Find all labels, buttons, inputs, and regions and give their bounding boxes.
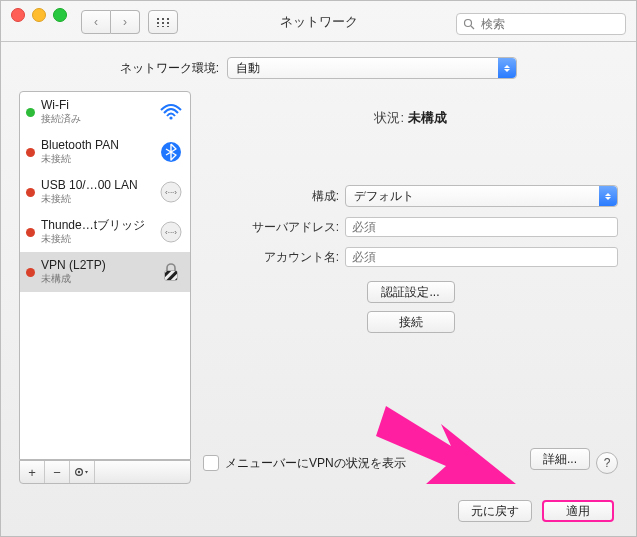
service-list: Wi-Fi 接続済み Bluetooth PAN 未接続 xyxy=(19,91,191,460)
service-sidebar: Wi-Fi 接続済み Bluetooth PAN 未接続 xyxy=(19,91,191,484)
svg-point-2 xyxy=(169,116,172,119)
account-label: アカウント名: xyxy=(203,249,339,266)
service-status: 未構成 xyxy=(41,273,158,285)
svg-text:‹···›: ‹···› xyxy=(165,228,177,237)
status-row: 状況: 未構成 xyxy=(203,109,618,127)
help-button[interactable]: ? xyxy=(596,452,618,474)
forward-button[interactable]: › xyxy=(111,10,140,34)
lock-icon xyxy=(158,259,184,285)
service-status: 未接続 xyxy=(41,233,158,245)
service-item-wifi[interactable]: Wi-Fi 接続済み xyxy=(20,92,190,132)
menubar-checkbox-label: メニューバーにVPNの状況を表示 xyxy=(225,455,406,472)
svg-text:‹···›: ‹···› xyxy=(165,188,177,197)
menubar-checkbox[interactable] xyxy=(203,455,219,471)
service-name: Thunde…tブリッジ xyxy=(41,219,158,233)
status-dot-icon xyxy=(26,148,35,157)
service-toolbar: + − xyxy=(19,460,191,484)
action-menu-button[interactable] xyxy=(70,461,95,483)
bluetooth-icon xyxy=(158,139,184,165)
footer-buttons: 元に戻す 適用 xyxy=(458,500,614,522)
show-all-button[interactable] xyxy=(148,10,178,34)
search-input[interactable] xyxy=(479,16,633,32)
location-row: ネットワーク環境: 自動 xyxy=(1,57,636,79)
location-value: 自動 xyxy=(236,60,260,77)
status-value: 未構成 xyxy=(408,110,447,125)
service-status: 接続済み xyxy=(41,113,158,125)
detail-pane: 状況: 未構成 構成: デフォルト サーバアドレス: アカウント名: xyxy=(203,91,618,484)
wifi-icon xyxy=(158,99,184,125)
service-name: USB 10/…00 LAN xyxy=(41,179,158,193)
status-label: 状況: xyxy=(374,110,404,125)
config-value: デフォルト xyxy=(354,188,414,205)
search-icon xyxy=(463,18,475,30)
grid-icon xyxy=(156,17,170,27)
menubar-row: メニューバーにVPNの状況を表示 詳細... ? xyxy=(203,448,618,478)
status-dot-icon xyxy=(26,188,35,197)
account-name-input[interactable] xyxy=(345,247,618,267)
config-form: 構成: デフォルト サーバアドレス: アカウント名: 認証設定... 接 xyxy=(203,185,618,341)
server-address-input[interactable] xyxy=(345,217,618,237)
location-select[interactable]: 自動 xyxy=(227,57,517,79)
apply-button[interactable]: 適用 xyxy=(542,500,614,522)
gear-icon xyxy=(74,466,90,478)
chevron-updown-icon xyxy=(498,58,516,78)
ethernet-icon: ‹···› xyxy=(158,219,184,245)
service-item-usb-lan[interactable]: USB 10/…00 LAN 未接続 ‹···› xyxy=(20,172,190,212)
svg-line-1 xyxy=(471,26,474,29)
add-service-button[interactable]: + xyxy=(20,461,45,483)
status-dot-icon xyxy=(26,228,35,237)
config-label: 構成: xyxy=(203,188,339,205)
status-dot-icon xyxy=(26,108,35,117)
revert-button[interactable]: 元に戻す xyxy=(458,500,532,522)
service-name: VPN (L2TP) xyxy=(41,259,158,273)
content-area: Wi-Fi 接続済み Bluetooth PAN 未接続 xyxy=(19,91,618,484)
toolbar: ‹ › ネットワーク xyxy=(1,7,636,37)
network-preferences-window: ‹ › ネットワーク ネットワーク環境: 自動 Wi-Fi 接続済み xyxy=(0,0,637,537)
ethernet-icon: ‹···› xyxy=(158,179,184,205)
svg-point-13 xyxy=(78,471,80,473)
auth-settings-button[interactable]: 認証設定... xyxy=(367,281,455,303)
service-status: 未接続 xyxy=(41,193,158,205)
toolbar-divider xyxy=(1,41,636,42)
config-select[interactable]: デフォルト xyxy=(345,185,618,207)
nav-buttons: ‹ › xyxy=(81,10,140,34)
remove-service-button[interactable]: − xyxy=(45,461,70,483)
server-label: サーバアドレス: xyxy=(203,219,339,236)
service-name: Wi-Fi xyxy=(41,99,158,113)
svg-rect-9 xyxy=(165,271,177,280)
svg-point-0 xyxy=(465,20,472,27)
service-item-bluetooth[interactable]: Bluetooth PAN 未接続 xyxy=(20,132,190,172)
service-item-thunderbolt[interactable]: Thunde…tブリッジ 未接続 ‹···› xyxy=(20,212,190,252)
status-dot-icon xyxy=(26,268,35,277)
connect-button[interactable]: 接続 xyxy=(367,311,455,333)
search-field[interactable] xyxy=(456,13,626,35)
details-button[interactable]: 詳細... xyxy=(530,448,590,470)
service-item-vpn[interactable]: VPN (L2TP) 未構成 xyxy=(20,252,190,292)
location-label: ネットワーク環境: xyxy=(120,60,219,77)
service-name: Bluetooth PAN xyxy=(41,139,158,153)
chevron-updown-icon xyxy=(599,186,617,206)
back-button[interactable]: ‹ xyxy=(81,10,111,34)
service-status: 未接続 xyxy=(41,153,158,165)
